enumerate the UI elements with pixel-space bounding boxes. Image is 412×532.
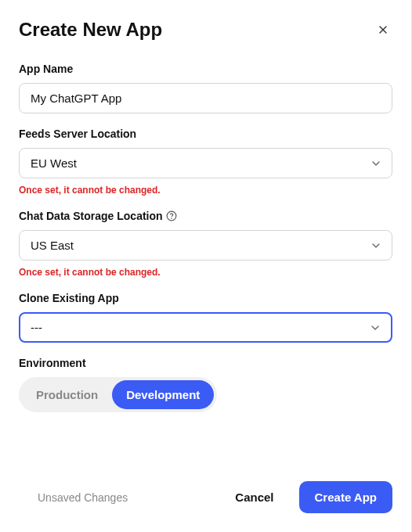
environment-label: Environment [19, 357, 392, 369]
chat-storage-label: Chat Data Storage Location [19, 210, 163, 222]
unsaved-changes-text: Unsaved Changes [19, 491, 128, 504]
clone-label: Clone Existing App [19, 292, 392, 304]
app-name-label: App Name [19, 63, 392, 75]
cancel-button[interactable]: Cancel [229, 483, 280, 512]
modal-footer: Unsaved Changes Cancel Create App [19, 450, 392, 513]
modal-title: Create New App [19, 19, 162, 41]
environment-group: Environment Production Development [19, 357, 392, 412]
feeds-location-warning: Once set, it cannot be changed. [19, 185, 392, 196]
clone-select[interactable]: --- [19, 312, 392, 343]
chat-storage-select[interactable]: US East [19, 230, 392, 261]
create-app-button[interactable]: Create App [299, 481, 392, 513]
env-production-button[interactable]: Production [22, 380, 112, 409]
app-name-group: App Name [19, 63, 392, 113]
close-icon [377, 23, 389, 36]
close-button[interactable] [374, 20, 392, 39]
feeds-location-select[interactable]: EU West [19, 148, 392, 178]
env-development-button[interactable]: Development [112, 380, 214, 409]
feeds-location-label: Feeds Server Location [19, 128, 392, 140]
modal-header: Create New App [19, 19, 392, 41]
environment-segmented: Production Development [19, 377, 217, 412]
feeds-location-group: Feeds Server Location EU West Once set, … [19, 128, 392, 196]
chat-storage-warning: Once set, it cannot be changed. [19, 267, 392, 278]
app-name-input[interactable] [19, 83, 392, 113]
clone-group: Clone Existing App --- [19, 292, 392, 343]
chat-storage-group: Chat Data Storage Location US East Once … [19, 210, 392, 278]
help-icon[interactable] [166, 210, 177, 221]
create-app-modal: Create New App App Name Feeds Server Loc… [0, 0, 412, 532]
